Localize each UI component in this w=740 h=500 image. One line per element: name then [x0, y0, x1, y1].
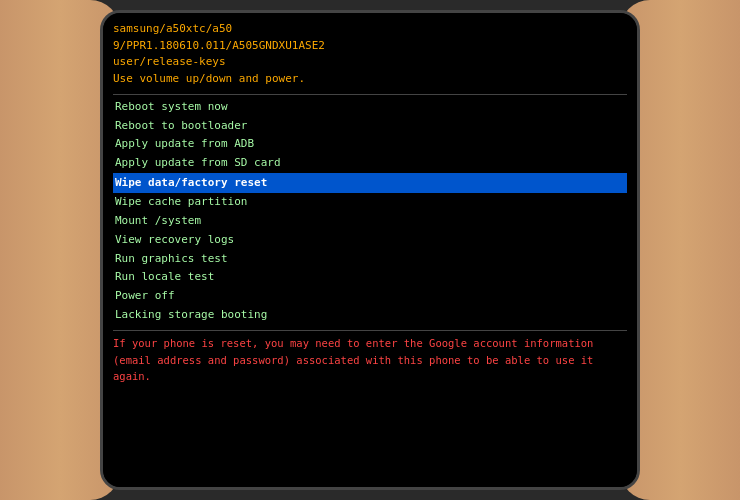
divider-top [113, 94, 627, 95]
menu-item-3[interactable]: Apply update from SD card [113, 154, 627, 173]
header-line-1: samsung/a50xtc/a50 [113, 21, 627, 38]
header-line-3: user/release-keys [113, 54, 627, 71]
menu-item-11[interactable]: Lacking storage booting [113, 306, 627, 325]
menu-item-2[interactable]: Apply update from ADB [113, 135, 627, 154]
header-section: samsung/a50xtc/a50 9/PPR1.180610.011/A50… [113, 21, 627, 87]
menu-item-7[interactable]: View recovery logs [113, 231, 627, 250]
volume-up-button [100, 83, 102, 108]
header-instruction: Use volume up/down and power. [113, 71, 627, 88]
scene: samsung/a50xtc/a50 9/PPR1.180610.011/A50… [0, 0, 740, 500]
menu-item-6[interactable]: Mount /system [113, 212, 627, 231]
header-line-2: 9/PPR1.180610.011/A505GNDXU1ASE2 [113, 38, 627, 55]
menu-item-5[interactable]: Wipe cache partition [113, 193, 627, 212]
menu-item-0[interactable]: Reboot system now [113, 98, 627, 117]
menu-item-10[interactable]: Power off [113, 287, 627, 306]
recovery-screen: samsung/a50xtc/a50 9/PPR1.180610.011/A50… [103, 13, 637, 487]
power-button [638, 93, 640, 133]
volume-down-button [100, 118, 102, 143]
warning-text: If your phone is reset, you may need to … [113, 335, 627, 384]
warning-section: If your phone is reset, you may need to … [113, 330, 627, 384]
phone: samsung/a50xtc/a50 9/PPR1.180610.011/A50… [100, 10, 640, 490]
menu-item-4[interactable]: Wipe data/factory reset [113, 173, 627, 194]
menu-item-9[interactable]: Run locale test [113, 268, 627, 287]
menu-item-1[interactable]: Reboot to bootloader [113, 117, 627, 136]
recovery-menu[interactable]: Reboot system nowReboot to bootloaderApp… [113, 98, 627, 324]
menu-item-8[interactable]: Run graphics test [113, 250, 627, 269]
